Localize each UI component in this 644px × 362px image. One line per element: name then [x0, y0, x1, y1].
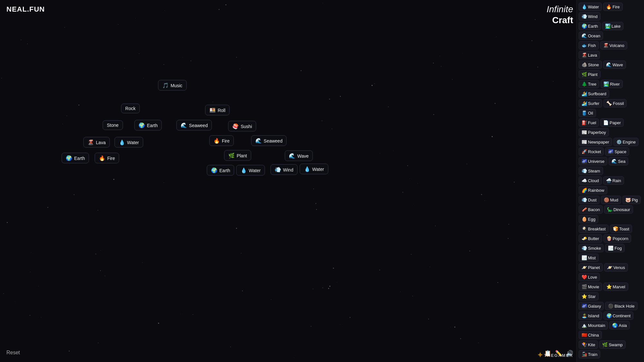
- craft-canvas[interactable]: 🎵MusicRock🍱RollStone🌍Earth🌊Seaweed🍣Sushi…: [0, 0, 576, 362]
- node-seaweed1[interactable]: 🌊Seaweed: [176, 120, 212, 131]
- node-icon: 🎵: [162, 82, 169, 88]
- node-wave[interactable]: 🌊Wave: [285, 151, 313, 161]
- element-label: Wind: [588, 14, 598, 19]
- node-roll[interactable]: 🍱Roll: [205, 105, 230, 116]
- sidebar-element-egg[interactable]: 🥚Egg: [579, 215, 598, 223]
- sidebar-element-star[interactable]: ⭐Star: [579, 292, 599, 301]
- node-earth3[interactable]: 🌍Earth: [207, 165, 234, 176]
- node-seaweed2[interactable]: 🌊Seaweed: [251, 135, 287, 146]
- element-icon: 💨: [582, 14, 587, 19]
- sidebar-element-kite[interactable]: 🪁Kite: [579, 340, 598, 349]
- sidebar-element-love[interactable]: ❤️Love: [579, 273, 600, 281]
- sidebar-element-planet[interactable]: 🪐Planet: [579, 263, 603, 272]
- sidebar-element-mountain[interactable]: 🏔️Mountain: [579, 321, 608, 330]
- sidebar-element-pig[interactable]: 🐷Pig: [622, 196, 641, 204]
- node-stone[interactable]: Stone: [103, 120, 123, 130]
- sidebar-element-volcano[interactable]: 🌋Volcano: [600, 41, 627, 50]
- node-rock[interactable]: Rock: [121, 104, 140, 113]
- reset-button[interactable]: Reset: [6, 350, 20, 356]
- sidebar-element-universe[interactable]: 🌌Universe: [579, 157, 607, 165]
- sidebar-element-surfboard[interactable]: 🏄Surfboard: [579, 89, 609, 98]
- node-water3[interactable]: 💧Water: [300, 164, 328, 174]
- sidebar-element-fossil[interactable]: 🦴Fossil: [603, 99, 627, 107]
- sidebar-element-steam[interactable]: 💨Steam: [579, 167, 603, 175]
- sidebar-element-swamp[interactable]: 🌿Swamp: [599, 340, 625, 349]
- sidebar-row: 💧Water🔥Fire💨Wind: [579, 3, 642, 21]
- sidebar-element-cloud[interactable]: ☁️Cloud: [579, 176, 602, 185]
- sidebar-element-surfer[interactable]: 🏄Surfer: [579, 99, 602, 107]
- sidebar-element-wave[interactable]: 🌊Wave: [603, 60, 626, 69]
- sidebar-element-fire[interactable]: 🔥Fire: [603, 3, 622, 11]
- sidebar-element-lava[interactable]: 🌋Lava: [579, 51, 600, 59]
- sidebar-element-mist[interactable]: 🌫️Mist: [579, 254, 599, 262]
- sidebar-element-river[interactable]: 🏞️River: [601, 80, 622, 88]
- node-label: Stone: [107, 123, 119, 128]
- sidebar-element-newspaper[interactable]: 📰Newspaper: [579, 138, 612, 146]
- sidebar-element-plant[interactable]: 🌿Plant: [579, 70, 601, 79]
- element-icon: 🌊: [611, 159, 617, 164]
- sidebar-element-tree[interactable]: 🌲Tree: [579, 80, 599, 88]
- sidebar-element-butter[interactable]: 🧈Butter: [579, 234, 602, 243]
- node-fire2[interactable]: 🔥Fire: [95, 153, 119, 163]
- sidebar-element-water[interactable]: 💧Water: [579, 3, 602, 11]
- elements-sidebar[interactable]: 💧Water🔥Fire💨Wind🌍Earth🏞️Lake🌊Ocean🐟Fish🌋…: [576, 0, 644, 362]
- sidebar-element-train[interactable]: 🚂Train: [579, 350, 600, 358]
- sidebar-element-rocket[interactable]: 🚀Rocket: [579, 147, 604, 156]
- node-water2[interactable]: 💧Water: [236, 165, 265, 176]
- sidebar-element-stone[interactable]: 🪨Stone: [579, 60, 602, 69]
- sidebar-element-paperboy[interactable]: 📰Paperboy: [579, 128, 609, 136]
- element-label: Mud: [610, 198, 618, 202]
- sidebar-element-rainbow[interactable]: 🌈Rainbow: [579, 186, 607, 194]
- element-label: Bacon: [588, 207, 600, 212]
- sidebar-element-fog[interactable]: 🌫️Fog: [605, 244, 624, 252]
- sidebar-element-fuel[interactable]: ⛽Fuel: [579, 118, 599, 127]
- element-label: Egg: [588, 217, 595, 222]
- sidebar-element-fish[interactable]: 🐟Fish: [579, 41, 599, 50]
- sidebar-element-dinosaur[interactable]: 🦕Dinosaur: [604, 205, 633, 214]
- node-label: Sushi: [241, 124, 252, 129]
- node-water1[interactable]: 💧Water: [115, 137, 143, 148]
- element-icon: ⭐: [582, 294, 587, 299]
- sidebar-element-space[interactable]: 🌌Space: [605, 147, 629, 156]
- element-icon: 🍞: [613, 226, 618, 231]
- node-earth2[interactable]: 🌍Earth: [62, 153, 89, 163]
- sidebar-element-continent[interactable]: 🌍Continent: [603, 311, 634, 320]
- element-icon: ❤️: [582, 274, 587, 280]
- node-music[interactable]: 🎵Music: [158, 80, 187, 91]
- node-wind[interactable]: 💨Wind: [270, 164, 298, 175]
- element-icon: 🏄: [582, 101, 587, 106]
- sidebar-element-black-hole[interactable]: ⚫Black Hole: [605, 302, 637, 310]
- sidebar-element-smoke[interactable]: 💨Smoke: [579, 244, 604, 252]
- sidebar-element-dust[interactable]: 💨Dust: [579, 196, 600, 204]
- node-lava[interactable]: 🌋Lava: [83, 137, 110, 148]
- sidebar-element-engine[interactable]: ⚙️Engine: [613, 138, 639, 146]
- sidebar-element-ocean[interactable]: 🌊Ocean: [579, 32, 603, 40]
- sidebar-element-sea[interactable]: 🌊Sea: [609, 157, 628, 165]
- node-plant[interactable]: 🌿Plant: [224, 150, 251, 161]
- connection-lines-svg: [0, 0, 97, 48]
- sidebar-element-oil[interactable]: 🛢️Oil: [579, 109, 596, 117]
- sidebar-element-popcorn[interactable]: 🍿Popcorn: [603, 234, 631, 243]
- sidebar-element-rain[interactable]: 🌧️Rain: [603, 176, 624, 185]
- sidebar-element-venus[interactable]: 🪐Venus: [604, 263, 628, 272]
- sidebar-element-bacon[interactable]: 🥓Bacon: [579, 205, 603, 214]
- sidebar-element-earth[interactable]: 🌍Earth: [579, 22, 601, 30]
- node-fire1[interactable]: 🔥Fire: [209, 135, 234, 146]
- node-sushi[interactable]: 🍣Sushi: [228, 121, 256, 132]
- sidebar-element-china[interactable]: 🇨🇳China: [579, 331, 602, 339]
- sidebar-element-marvel[interactable]: ⭐Marvel: [603, 283, 628, 291]
- sidebar-element-lake[interactable]: 🏞️Lake: [602, 22, 623, 30]
- element-icon: 🌌: [608, 149, 613, 154]
- sidebar-element-galaxy[interactable]: 🌌Galaxy: [579, 302, 604, 310]
- sidebar-element-mud[interactable]: 🟤Mud: [601, 196, 621, 204]
- sidebar-element-paper[interactable]: 📄Paper: [600, 118, 624, 127]
- sidebar-element-toast[interactable]: 🍞Toast: [610, 225, 632, 233]
- sidebar-element-asia[interactable]: 🌏Asia: [609, 321, 630, 330]
- sidebar-element-island[interactable]: 🏝️Island: [579, 311, 602, 320]
- node-label: Water: [249, 168, 261, 173]
- watermark-text: THEGAMER: [544, 353, 573, 358]
- sidebar-element-wind[interactable]: 💨Wind: [579, 12, 601, 21]
- sidebar-element-movie[interactable]: 🎬Movie: [579, 283, 602, 291]
- node-earth1[interactable]: 🌍Earth: [134, 120, 162, 131]
- sidebar-element-breakfast[interactable]: 🍳Breakfast: [579, 225, 609, 233]
